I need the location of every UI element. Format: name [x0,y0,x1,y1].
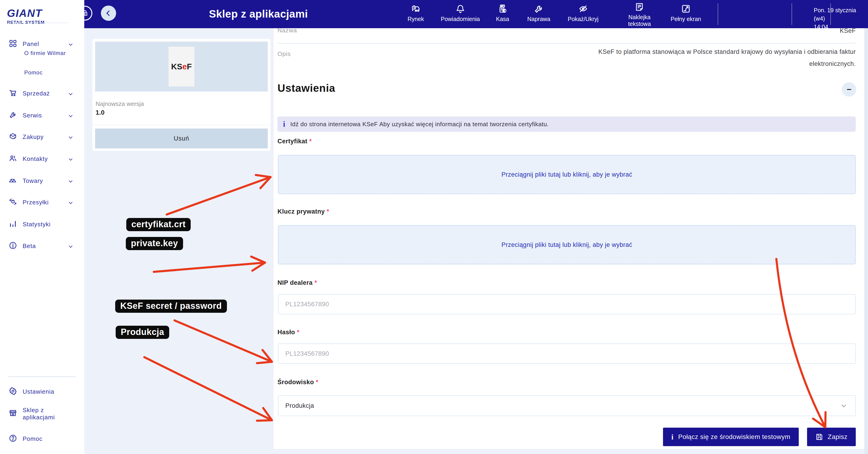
time-text: 14:04 [814,23,868,31]
button-label: Połącz się ze środowiskiem testowym [678,433,790,441]
sidebar: GIANT RETAIL SYSTEM Panel O firmie Wilma… [0,0,84,454]
certificate-label: Certyfikat* [277,138,312,145]
note-icon [634,2,645,12]
sidebar-item-label: Beta [23,243,36,250]
nav-label: Rynek [408,16,424,22]
help-circle-icon [9,434,17,443]
private-key-label: Klucz prywatny* [277,208,329,215]
alert-circle-icon [9,241,17,250]
bell-icon [455,4,465,14]
page-title: Sklep z aplikacjami [209,8,308,20]
fullscreen-icon [681,4,691,14]
sidebar-item-pomoc[interactable]: Pomoc [0,434,84,445]
environment-label: Środowisko* [277,379,318,386]
info-banner-text: Idź do strona internetowa KSeF Aby uzysk… [290,121,549,128]
row-divider [277,43,856,44]
sidebar-item-label: Przesyłki [23,199,49,206]
wrench-icon [9,111,17,119]
chevron-down-icon [68,113,74,119]
nav-item-pelny-ekran[interactable]: Pełny ekran [671,4,701,22]
nav-item-naprawa[interactable]: Naprawa [527,4,550,22]
chevron-down-icon [68,157,74,163]
required-asterisk: * [297,329,300,336]
sidebar-item-przesylki[interactable]: Przesyłki [0,197,84,208]
sidebar-item-serwis[interactable]: Serwis [0,110,84,121]
nav-item-pokaz-ukryj[interactable]: Pokaż/Ukryj [568,4,598,22]
chevron-down-icon [68,178,74,185]
sidebar-item-o-firmie-wilmar[interactable]: O firmie Wilmar [24,50,68,57]
ksef-logo: KSeF [168,47,194,86]
nav-label: Kasa [496,16,509,22]
topbar-divider [792,3,792,25]
info-icon: i [283,120,285,129]
dealer-nip-input[interactable] [278,294,856,314]
environment-select[interactable]: Produkcja [278,395,856,416]
annotation-certyfikat-crt: certyfikat.crt [126,218,191,231]
sidebar-item-label: Statystyki [23,221,51,228]
app-card: KSeF Najnowsza wersja 1.0 Usuń [92,39,271,151]
save-button[interactable]: Zapisz [807,428,856,446]
dropzone-text: Przeciągnij pliki tutaj lub kliknij, aby… [501,171,632,178]
environment-selected-value: Produkcja [285,402,314,409]
card-divider [92,125,271,125]
nav-label: Powiadomienia [441,16,480,22]
sidebar-item-beta[interactable]: Beta [0,241,84,252]
required-asterisk: * [314,279,317,286]
sidebar-item-label: Sklep z aplikacjami [23,407,66,421]
box-plus-icon [9,132,17,141]
sidebar-item-towary[interactable]: Towary [0,176,84,187]
chevron-down-icon [68,91,74,97]
sidebar-item-sklep-z-aplikacjami[interactable]: Sklep z aplikacjami [0,405,84,425]
required-asterisk: * [309,138,312,145]
sidebar-item-ustawienia[interactable]: Ustawienia [0,387,84,398]
scrollbar-track[interactable] [864,28,868,454]
certificate-dropzone[interactable]: Przeciągnij pliki tutaj lub kliknij, aby… [278,155,856,194]
users-icon [9,154,17,163]
required-asterisk: * [327,208,329,215]
eye-off-icon [578,4,588,14]
connect-test-env-button[interactable]: i Połącz się ze środowiskiem testowym [663,428,799,446]
password-input[interactable] [278,343,856,364]
topbar-divider [830,3,831,25]
nav-item-naklejka-tekstowa[interactable]: Naklejka tekstowa [628,2,651,27]
private-key-dropzone[interactable]: Przeciągnij pliki tutaj lub kliknij, aby… [278,225,856,264]
sidebar-item-panel[interactable]: Panel [0,39,84,50]
chevron-down-icon [68,200,74,206]
version-label: Najnowsza wersja [96,100,144,108]
date-time: Pon. 19 stycznia (w4) 14:04 [814,6,868,31]
back-button[interactable] [101,5,116,21]
nav-label: Pełny ekran [671,16,701,22]
sidebar-item-label: Sprzedaż [23,90,50,97]
description-value: KSeF to platforma stanowiąca w Polsce st… [558,46,856,70]
chevron-down-icon [68,135,74,141]
name-label: Nazwa [277,28,297,34]
collapse-button[interactable] [842,82,856,96]
annotation-ksef-secret: KSeF secret / password [115,300,227,313]
arrow-to-private-key-dropzone [154,263,265,272]
minus-icon [846,86,852,93]
bar-chart-icon [9,220,17,228]
nav-item-powiadomienia[interactable]: Powiadomienia [441,4,480,22]
bicycle-icon [9,176,17,185]
nav-item-rynek[interactable]: Rynek [408,4,424,22]
sidebar-item-kontakty[interactable]: Kontakty [0,154,84,165]
button-label: Zapisz [828,433,847,441]
sidebar-item-label: Ustawienia [23,388,54,395]
package-sync-icon [9,198,17,206]
brand-subtitle: RETAIL SYSTEM [7,20,44,25]
chevron-left-icon [104,9,113,17]
sidebar-divider [7,23,69,23]
chevron-down-icon [840,402,847,409]
sidebar-item-zakupy[interactable]: Zakupy [0,132,84,143]
nav-item-kasa[interactable]: Kasa [496,4,509,22]
sidebar-item-statystyki[interactable]: Statystyki [0,219,84,230]
delete-button[interactable]: Usuń [95,129,268,148]
brand-logo: GIANT RETAIL SYSTEM [7,7,44,25]
brand-name: GIANT [7,7,44,20]
dealer-nip-label: NIP dealera* [277,279,317,286]
sidebar-item-pomoc-sub[interactable]: Pomoc [24,69,68,76]
topbar-divider [718,3,718,25]
sidebar-item-sprzedaz[interactable]: Sprzedaż [0,88,84,100]
nav-label: Naklejka tekstowa [628,14,651,27]
date-text: Pon. 19 stycznia (w4) [814,6,868,23]
